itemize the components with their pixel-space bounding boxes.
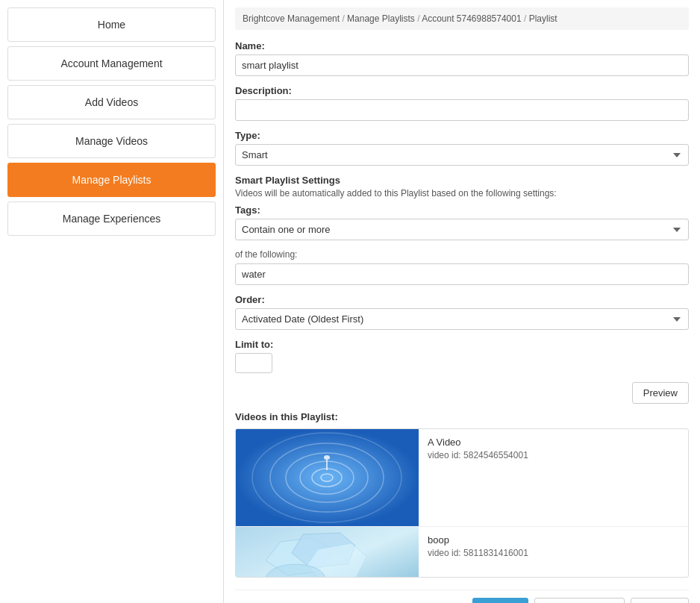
preview-button[interactable]: Preview (632, 382, 689, 404)
name-input[interactable] (235, 54, 689, 76)
type-group: Type: Smart Manual (235, 130, 689, 166)
sidebar-item-manage-experiences[interactable]: Manage Experiences (7, 201, 216, 236)
of-following-input[interactable] (235, 263, 689, 285)
limit-group: Limit to: (235, 339, 689, 373)
tags-group: Tags: Contain one or more Contain all (235, 204, 689, 240)
order-label: Order: (235, 294, 689, 305)
create-button[interactable]: Create (472, 598, 528, 603)
description-group: Description: (235, 85, 689, 121)
breadcrumb-item-1: Brightcove Management (243, 13, 347, 24)
footer-buttons: Create Delete Playlist Cancel (235, 590, 689, 603)
sidebar-item-manage-playlists[interactable]: Manage Playlists (7, 163, 216, 197)
description-label: Description: (235, 85, 689, 96)
breadcrumb-item-3: Account 5746988574001 (422, 13, 528, 24)
video-info-1: A Video video id: 5824546554001 (419, 429, 688, 526)
sidebar-item-account-management[interactable]: Account Management (7, 46, 216, 81)
svg-point-7 (324, 455, 330, 460)
type-label: Type: (235, 130, 689, 141)
video-id-2: video id: 5811831416001 (428, 548, 679, 558)
breadcrumb-item-4: Playlist (529, 13, 557, 24)
type-select[interactable]: Smart Manual (235, 144, 689, 166)
main-content: Brightcove Management Manage Playlists A… (224, 0, 700, 603)
sidebar-item-home[interactable]: Home (7, 7, 216, 42)
videos-section-label: Videos in this Playlist: (235, 411, 689, 422)
description-input[interactable] (235, 99, 689, 121)
video-thumbnail-ice (236, 527, 419, 578)
sidebar-item-add-videos[interactable]: Add Videos (7, 85, 216, 119)
limit-label: Limit to: (235, 339, 689, 350)
breadcrumb-item-2: Manage Playlists (347, 13, 422, 24)
ice-thumbnail-svg (236, 527, 419, 578)
video-thumbnail-1 (236, 429, 419, 526)
of-following-label: of the following: (235, 249, 689, 260)
order-group: Order: Activated Date (Oldest First) Act… (235, 294, 689, 330)
delete-playlist-button[interactable]: Delete Playlist (534, 598, 624, 603)
video-thumbnail-water (236, 429, 419, 526)
order-select[interactable]: Activated Date (Oldest First) Activated … (235, 308, 689, 330)
list-item: boop video id: 5811831416001 (236, 527, 688, 578)
video-title-1: A Video (428, 437, 679, 448)
name-group: Name: (235, 40, 689, 76)
video-id-1: video id: 5824546554001 (428, 450, 679, 460)
smart-playlist-section: Smart Playlist Settings Videos will be a… (235, 175, 689, 373)
preview-row: Preview (235, 382, 689, 404)
tags-label: Tags: (235, 204, 689, 216)
cancel-button[interactable]: Cancel (631, 598, 689, 603)
tags-select[interactable]: Contain one or more Contain all (235, 219, 689, 240)
video-thumbnail-2 (236, 527, 419, 578)
sidebar: Home Account Management Add Videos Manag… (0, 0, 224, 603)
smart-playlist-desc: Videos will be automatically added to th… (235, 188, 689, 199)
breadcrumb: Brightcove Management Manage Playlists A… (235, 7, 689, 30)
of-following-group: of the following: (235, 249, 689, 285)
video-title-2: boop (428, 534, 679, 546)
limit-input[interactable] (235, 353, 272, 373)
name-label: Name: (235, 40, 689, 51)
smart-playlist-title: Smart Playlist Settings (235, 175, 689, 186)
sidebar-item-manage-videos[interactable]: Manage Videos (7, 124, 216, 158)
list-item: A Video video id: 5824546554001 (236, 429, 688, 527)
video-info-2: boop video id: 5811831416001 (419, 527, 688, 578)
water-ripple-svg (236, 429, 419, 526)
videos-list: A Video video id: 5824546554001 (235, 428, 689, 578)
